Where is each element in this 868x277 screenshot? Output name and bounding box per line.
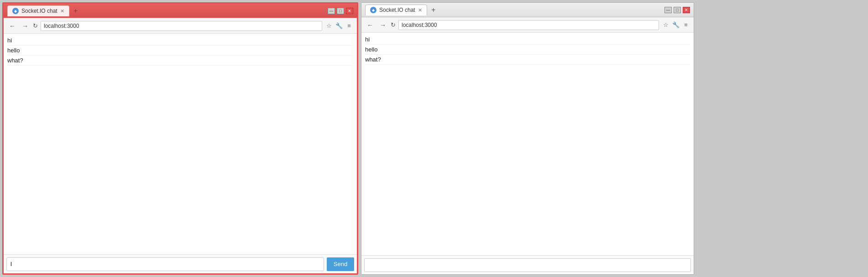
message-left-0: hi xyxy=(7,36,353,46)
minimize-button-left[interactable]: — xyxy=(328,8,335,14)
forward-button-left[interactable]: → xyxy=(20,21,30,31)
close-button-right[interactable]: ✕ xyxy=(683,7,690,13)
tab-title-right: Socket.IO chat xyxy=(379,7,415,13)
address-bar-left: ← → ↻ ☆ 🔧 ≡ xyxy=(4,18,357,34)
message-right-2: what? xyxy=(365,55,690,65)
tab-area-left: ◆ Socket.IO chat ✕ + xyxy=(7,5,328,16)
back-button-left[interactable]: ← xyxy=(7,21,17,31)
chat-input-left[interactable] xyxy=(6,257,324,271)
chat-input-right[interactable] xyxy=(364,258,691,272)
menu-icon-left[interactable]: ≡ xyxy=(345,22,353,30)
toolbar-icons-left: ☆ 🔧 ≡ xyxy=(325,22,353,30)
extension-icon-left[interactable]: 🔧 xyxy=(335,22,343,30)
refresh-button-left[interactable]: ↻ xyxy=(33,22,38,29)
title-bar-left: ◆ Socket.IO chat ✕ + — □ ✕ xyxy=(4,4,357,18)
message-right-0: hi xyxy=(365,35,690,45)
window-controls-right: — □ ✕ xyxy=(664,7,690,13)
tab-close-left[interactable]: ✕ xyxy=(60,9,64,14)
chat-area-left: hi hello what? xyxy=(4,34,357,254)
url-input-right[interactable] xyxy=(398,20,659,30)
url-input-left[interactable] xyxy=(41,21,322,31)
bookmark-icon-left[interactable]: ☆ xyxy=(325,22,333,30)
tab-close-right[interactable]: ✕ xyxy=(418,8,422,13)
tab-right[interactable]: ◆ Socket.IO chat ✕ xyxy=(365,5,427,15)
menu-icon-right[interactable]: ≡ xyxy=(682,21,690,29)
input-bar-right xyxy=(361,255,694,274)
toolbar-icons-right: ☆ 🔧 ≡ xyxy=(662,21,690,29)
new-tab-button-right[interactable]: + xyxy=(429,5,438,15)
message-left-1: hello xyxy=(7,46,353,56)
maximize-button-right[interactable]: □ xyxy=(674,7,681,13)
favicon-right: ◆ xyxy=(370,7,376,13)
browser-window-right: ◆ Socket.IO chat ✕ + — □ ✕ ← → ↻ ☆ 🔧 ≡ h… xyxy=(361,2,694,275)
address-bar-right: ← → ↻ ☆ 🔧 ≡ xyxy=(361,17,694,33)
window-controls-left: — □ ✕ xyxy=(328,8,353,14)
tab-area-right: ◆ Socket.IO chat ✕ + xyxy=(365,5,664,15)
browser-window-left: ◆ Socket.IO chat ✕ + — □ ✕ ← → ↻ ☆ 🔧 ≡ h… xyxy=(2,2,358,275)
input-bar-left: Send xyxy=(4,254,357,273)
new-tab-button-left[interactable]: + xyxy=(71,6,80,15)
send-button-left[interactable]: Send xyxy=(327,257,354,271)
refresh-button-right[interactable]: ↻ xyxy=(391,21,396,28)
favicon-left: ◆ xyxy=(12,8,19,14)
maximize-button-left[interactable]: □ xyxy=(337,8,344,14)
back-button-right[interactable]: ← xyxy=(365,21,375,30)
bookmark-icon-right[interactable]: ☆ xyxy=(662,21,670,29)
minimize-button-right[interactable]: — xyxy=(664,7,672,13)
chat-area-right: hi hello what? xyxy=(361,33,694,255)
title-bar-right: ◆ Socket.IO chat ✕ + — □ ✕ xyxy=(361,3,694,17)
extension-icon-right[interactable]: 🔧 xyxy=(672,21,680,29)
forward-button-right[interactable]: → xyxy=(378,21,388,30)
message-right-1: hello xyxy=(365,45,690,55)
message-left-2: what? xyxy=(7,56,353,66)
close-button-left[interactable]: ✕ xyxy=(346,8,353,14)
tab-title-left: Socket.IO chat xyxy=(21,8,58,14)
tab-left[interactable]: ◆ Socket.IO chat ✕ xyxy=(7,5,69,16)
